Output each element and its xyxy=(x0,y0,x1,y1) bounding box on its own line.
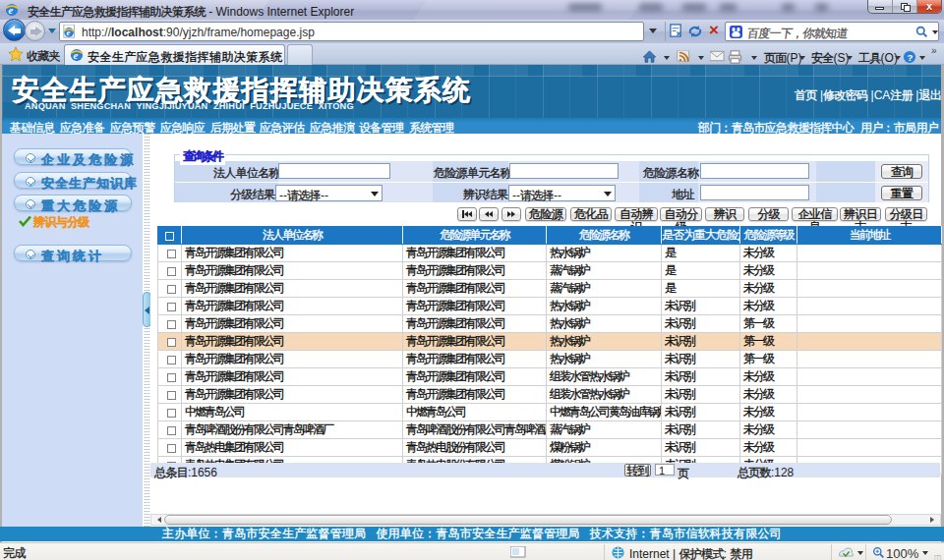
svg-text:?: ? xyxy=(907,52,913,63)
